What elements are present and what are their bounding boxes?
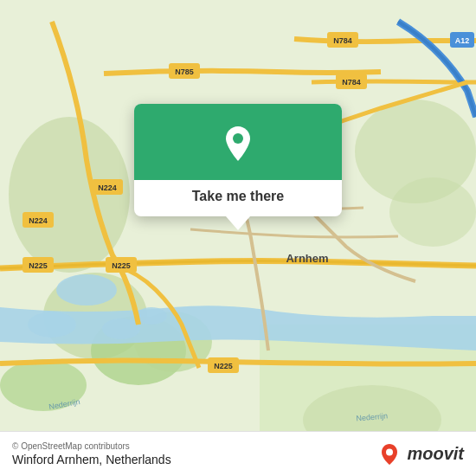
moovit-logo[interactable]: moovit (377, 442, 464, 466)
svg-text:A12: A12 (455, 36, 470, 45)
svg-text:N784: N784 (333, 36, 352, 45)
svg-text:N224: N224 (98, 183, 117, 192)
bottom-bar: © OpenStreetMap contributors Winford Arn… (0, 431, 476, 476)
svg-text:Arnhem: Arnhem (286, 252, 328, 265)
popup-green-section (134, 104, 342, 180)
svg-point-35 (233, 133, 243, 144)
svg-point-10 (56, 274, 117, 306)
svg-text:N785: N785 (175, 68, 194, 76)
take-me-there-button[interactable]: Take me there (192, 189, 284, 204)
moovit-pin-icon (377, 442, 402, 466)
bottom-left: © OpenStreetMap contributors Winford Arn… (12, 441, 171, 466)
popup-label-section: Take me there (134, 180, 342, 216)
popup-pointer (226, 216, 250, 230)
svg-text:N225: N225 (29, 261, 48, 270)
map-container: N784 N784 N785 A12 N224 N224 N225 N225 N… (0, 0, 476, 476)
svg-text:N225: N225 (214, 362, 233, 370)
location-pin-icon (217, 123, 259, 164)
svg-point-36 (386, 448, 393, 455)
moovit-brand-text: moovit (407, 444, 464, 464)
popup-card: Take me there (134, 104, 342, 216)
svg-point-9 (389, 177, 476, 247)
svg-text:N224: N224 (29, 216, 48, 225)
svg-point-11 (28, 312, 76, 338)
svg-text:N225: N225 (112, 261, 131, 270)
location-name: Winford Arnhem, Netherlands (12, 453, 171, 466)
copyright-text: © OpenStreetMap contributors (12, 441, 171, 451)
svg-point-12 (102, 318, 140, 339)
svg-text:N784: N784 (342, 78, 361, 87)
map-svg: N784 N784 N785 A12 N224 N224 N225 N225 N… (0, 0, 476, 476)
